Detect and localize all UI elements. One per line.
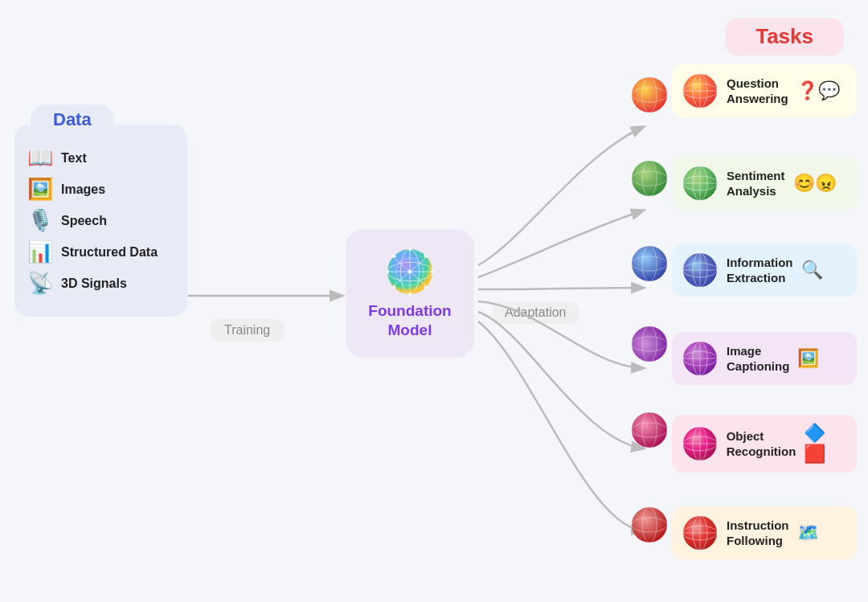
- svg-point-59: [632, 256, 667, 271]
- svg-point-18: [408, 270, 412, 274]
- speech-icon: 🎙️: [26, 208, 55, 233]
- svg-point-13: [431, 270, 434, 273]
- task-card-ic: ImageCaptioning 🖼️: [672, 332, 857, 385]
- svg-point-10: [408, 248, 411, 251]
- svg-point-61: [632, 337, 667, 351]
- data-item-images-label: Images: [61, 182, 105, 197]
- qa-sphere: [682, 72, 719, 109]
- images-icon: 🖼️: [26, 177, 55, 202]
- if-sphere: [682, 514, 719, 551]
- svg-point-58: [642, 161, 657, 196]
- ie-task-label: InformationExtraction: [727, 255, 793, 286]
- data-item-images: 🖼️ Images: [26, 177, 176, 202]
- task-card-ie: InformationExtraction 🔍: [672, 244, 857, 297]
- data-item-text: 📖 Text: [26, 145, 176, 170]
- svg-point-65: [632, 518, 667, 532]
- task-card-qa: QuestionAnswering ❓💬: [672, 64, 857, 117]
- sa-sphere: [682, 165, 719, 202]
- svg-point-50: [632, 161, 667, 196]
- svg-point-63: [632, 423, 667, 437]
- svg-point-53: [632, 412, 667, 448]
- ic-task-label: ImageCaptioning: [727, 343, 789, 375]
- data-item-structured-label: Structured Data: [61, 245, 158, 260]
- if-icons: 🗺️: [797, 522, 819, 543]
- qa-icons: ❓💬: [796, 80, 840, 101]
- svg-point-11: [408, 293, 411, 296]
- svg-point-12: [386, 270, 389, 273]
- svg-point-55: [632, 88, 667, 102]
- data-item-text-label: Text: [61, 151, 87, 166]
- svg-point-49: [632, 77, 667, 113]
- 3dsignals-icon: 📡: [26, 271, 55, 296]
- svg-point-64: [642, 412, 657, 448]
- sa-task-label: SentimentAnalysis: [727, 168, 785, 199]
- ie-icons: 🔍: [801, 260, 823, 281]
- foundation-model-box: FoundationModel: [346, 229, 474, 358]
- data-panel: 📖 Text 🖼️ Images 🎙️ Speech 📊 Structured …: [14, 125, 187, 317]
- svg-point-52: [632, 326, 667, 362]
- svg-point-16: [393, 286, 396, 289]
- qa-task-label: QuestionAnswering: [727, 76, 788, 107]
- or-task-label: ObjectRecognition: [727, 428, 796, 460]
- svg-point-60: [642, 246, 657, 281]
- data-item-3dsignals: 📡 3D Signals: [26, 271, 176, 296]
- task-card-or: ObjectRecognition 🔷🟥: [672, 415, 857, 473]
- or-icons: 🔷🟥: [804, 423, 847, 465]
- data-item-3dsignals-label: 3D Signals: [61, 276, 127, 291]
- sa-icons: 😊😠: [793, 173, 837, 194]
- text-icon: 📖: [26, 145, 55, 170]
- svg-point-62: [642, 326, 657, 362]
- svg-point-17: [424, 286, 427, 289]
- svg-point-56: [642, 77, 657, 113]
- structured-icon: 📊: [26, 240, 55, 264]
- if-task-label: InstructionFollowing: [727, 518, 789, 549]
- data-item-structured: 📊 Structured Data: [26, 240, 176, 264]
- ie-sphere: [682, 252, 719, 289]
- or-sphere: [682, 425, 719, 462]
- svg-point-54: [632, 507, 667, 543]
- tasks-title: Tasks: [725, 18, 844, 55]
- data-item-speech-label: Speech: [61, 214, 107, 228]
- adaptation-label: Adaptation: [492, 301, 579, 324]
- task-card-sa: SentimentAnalysis 😊😠: [672, 157, 857, 210]
- training-label: Training: [210, 319, 285, 342]
- svg-point-66: [642, 507, 657, 543]
- data-item-speech: 🎙️ Speech: [26, 208, 176, 233]
- data-section-title: Data: [31, 104, 114, 135]
- svg-point-14: [393, 255, 396, 258]
- ic-icons: 🖼️: [797, 348, 819, 369]
- foundation-model-label: FoundationModel: [368, 301, 451, 340]
- task-card-if: InstructionFollowing 🗺️: [672, 506, 857, 559]
- svg-point-15: [424, 255, 427, 258]
- svg-point-51: [632, 246, 667, 281]
- svg-point-57: [632, 171, 667, 186]
- ic-sphere: [682, 340, 719, 377]
